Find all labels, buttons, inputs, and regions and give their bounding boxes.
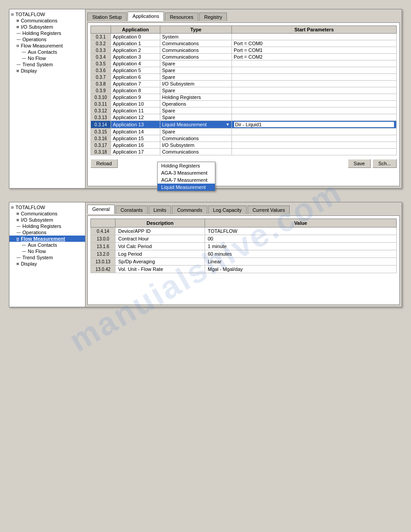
reload-button[interactable]: Reload <box>90 159 118 168</box>
type-dropdown-menu[interactable]: Holding RegistersAGA-3 MeasurementAGA-7 … <box>157 162 215 191</box>
tab-station-setup[interactable]: Station Setup <box>87 13 127 21</box>
table-row[interactable]: 0.3.15Application 14Spare <box>91 129 397 135</box>
app-params-cell <box>232 101 397 107</box>
tab-log-capacity[interactable]: Log Capacity <box>208 206 247 214</box>
table-row[interactable]: 0.3.4Application 3CommunicationsPort = C… <box>91 54 397 60</box>
tab-limits[interactable]: Limits <box>149 206 171 214</box>
row-id-cell: 0.3.15 <box>91 129 111 135</box>
table-row[interactable]: 0.3.2Application 1CommunicationsPort = C… <box>91 40 397 47</box>
app-type-cell[interactable]: Liquid Measurement▼ <box>160 121 232 129</box>
app-name-cell: Application 8 <box>111 87 160 94</box>
table-row[interactable]: 0.3.12Application 11Spare <box>91 107 397 114</box>
tab-general[interactable]: General <box>87 205 115 214</box>
app-type-cell: Spare <box>160 74 232 81</box>
app-params-cell <box>232 60 397 67</box>
main-panel-2: General Constants Limits Commands Log Ca… <box>86 202 402 307</box>
table-row[interactable]: 0.3.5Application 4Spare <box>91 60 397 67</box>
table-row: 13.0.0Contract Hour00 <box>91 235 397 243</box>
desc-cell: Device/APP ID <box>116 227 205 235</box>
tree-item-io-subsystem1[interactable]: ⊞I/O Subsystem <box>9 24 85 30</box>
tree-item-aux-contacts2[interactable]: —Aux Contacts <box>9 242 85 248</box>
tree-item-totalflow2[interactable]: ⊟TOTALFLOW <box>9 204 85 210</box>
tree-item-io-subsystem2[interactable]: ⊞I/O Subsystem <box>9 217 85 223</box>
tab-current-values[interactable]: Current Values <box>248 206 290 214</box>
tree-item-operations2[interactable]: —Operations <box>9 229 85 236</box>
app-params-cell <box>232 94 397 101</box>
table-row[interactable]: 0.3.3Application 2CommunicationsPort = C… <box>91 47 397 54</box>
desc-cell: Sp/Dp Averaging <box>116 258 205 266</box>
row-id-cell: 13.2.0 <box>91 250 116 258</box>
table-row[interactable]: 0.3.16Application 15Communications <box>91 135 397 142</box>
table-row[interactable]: 0.3.8Application 7I/O Subsystem <box>91 81 397 87</box>
tab-applications[interactable]: Applications <box>128 12 164 21</box>
tree-item-display1[interactable]: ⊞Display <box>9 68 85 74</box>
table-row[interactable]: 0.3.10Application 9Holding Registers <box>91 94 397 101</box>
panel-applications: ⊟TOTALFLOW⊞Communications⊞I/O Subsystem—… <box>9 9 402 189</box>
table-row[interactable]: 0.3.9Application 8Spare <box>91 87 397 94</box>
tab-constants[interactable]: Constants <box>116 206 148 214</box>
dropdown-menu-item[interactable]: AGA-3 Measurement <box>158 169 215 176</box>
row-id-cell: 0.3.1 <box>91 34 111 40</box>
save-button[interactable]: Save <box>348 159 371 168</box>
tree-item-flow-measurement2[interactable]: ⊟Flow Measurement <box>9 236 85 242</box>
tree-item-no-flow2[interactable]: —No Flow <box>9 248 85 254</box>
app-name-cell: Application 9 <box>111 94 160 101</box>
dropdown-menu-item[interactable]: Holding Registers <box>158 162 215 169</box>
table-row[interactable]: 0.3.1Application 0System <box>91 34 397 40</box>
table-row[interactable]: 0.3.17Application 16I/O Subsystem <box>91 142 397 149</box>
bottom-toolbar-1: Reload Save Sch... <box>90 159 397 168</box>
app-type-cell: Communications <box>160 149 232 155</box>
tree-item-no-flow1[interactable]: —No Flow <box>9 55 85 61</box>
tree-item-flow-measurement1[interactable]: ⊟Flow Measurement <box>9 43 85 49</box>
row-id-cell: 13.0.13 <box>91 258 116 266</box>
tree-item-communications1[interactable]: ⊞Communications <box>9 17 85 24</box>
row-id-cell: 0.3.14 <box>91 121 111 129</box>
tab-registry[interactable]: Registry <box>199 13 227 21</box>
app-type-cell: I/O Subsystem <box>160 81 232 87</box>
tab-commands[interactable]: Commands <box>172 206 207 214</box>
dropdown-menu-item[interactable]: Liquid Measurement <box>158 184 215 191</box>
app-name-cell: Application 16 <box>111 142 160 149</box>
row-id-cell: 0.3.9 <box>91 87 111 94</box>
app-name-cell: Application 1 <box>111 40 160 47</box>
table-row[interactable]: 0.3.13Application 12Spare <box>91 114 397 121</box>
table-row[interactable]: 0.3.6Application 5Spare <box>91 67 397 74</box>
table-row[interactable]: 0.3.11Application 10Operations <box>91 101 397 107</box>
sch-button[interactable]: Sch... <box>372 159 397 168</box>
app-params-cell <box>232 142 397 149</box>
dropdown-menu-item[interactable]: AGA-7 Measurement <box>158 176 215 184</box>
app-name-cell: Application 6 <box>111 74 160 81</box>
row-id-cell: 0.3.6 <box>91 67 111 74</box>
tree-item-display2[interactable]: ⊞Display <box>9 261 85 267</box>
table-row[interactable]: 0.3.7Application 6Spare <box>91 74 397 81</box>
table-row: 13.0.42Vol. Unit - Flow RateMgal - Mgal/… <box>91 266 397 273</box>
tree-item-trend-system1[interactable]: —Trend System <box>9 61 85 68</box>
app-name-cell: Application 14 <box>111 129 160 135</box>
tree-item-operations1[interactable]: —Operations <box>9 36 85 43</box>
row-id-cell: 13.0.0 <box>91 235 116 243</box>
app-params-cell <box>232 114 397 121</box>
params-input[interactable] <box>234 121 394 128</box>
tree-item-communications2[interactable]: ⊞Communications <box>9 210 85 217</box>
tree-item-aux-contacts1[interactable]: —Aux Contacts <box>9 49 85 55</box>
app-params-cell <box>232 121 397 129</box>
tree-item-trend-system2[interactable]: —Trend System <box>9 254 85 261</box>
app-name-cell: Application 11 <box>111 107 160 114</box>
table-row[interactable]: 0.3.18Application 17Communications <box>91 149 397 155</box>
app-name-cell: Application 2 <box>111 47 160 54</box>
app-type-cell: Communications <box>160 40 232 47</box>
app-params-cell <box>232 74 397 81</box>
main-panel-1: Station Setup Applications Resources Reg… <box>86 9 402 188</box>
row-id-cell: 0.3.4 <box>91 54 111 60</box>
tree-item-holding-registers2[interactable]: —Holding Registers <box>9 223 85 229</box>
tree-item-holding-registers1[interactable]: —Holding Registers <box>9 30 85 36</box>
row-id-cell: 0.3.2 <box>91 40 111 47</box>
app-type-cell: Holding Registers <box>160 94 232 101</box>
tree-item-totalflow[interactable]: ⊟TOTALFLOW <box>9 11 85 17</box>
app-params-cell <box>232 135 397 142</box>
general-table: Description Value 0.4.14Device/APP IDTOT… <box>90 219 397 273</box>
tab-resources[interactable]: Resources <box>165 13 198 21</box>
app-name-cell: Application 7 <box>111 81 160 87</box>
table-row[interactable]: 0.3.14Application 13Liquid Measurement▼ <box>91 121 397 129</box>
value-cell: Mgal - Mgal/day <box>205 266 397 273</box>
